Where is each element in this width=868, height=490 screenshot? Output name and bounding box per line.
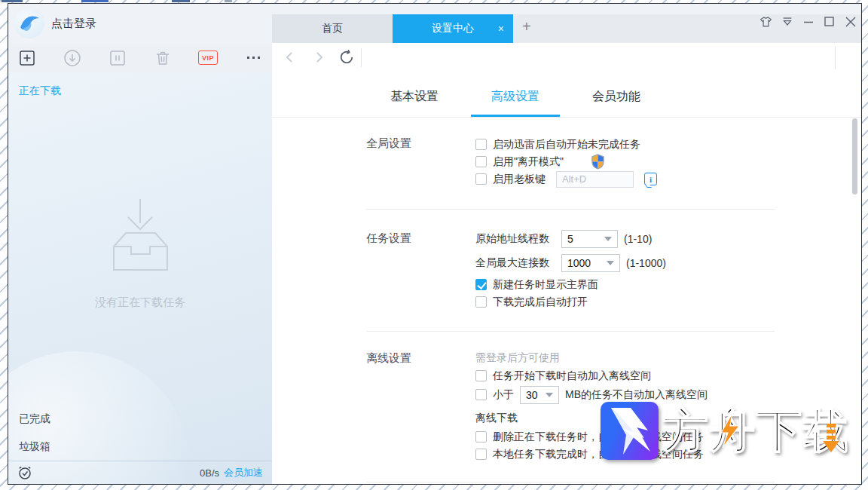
section-title-task: 任务设置 [366,231,411,246]
setting-row: 小于 30 MB的任务不自动加入离线空间 [475,386,708,403]
select-value: 1000 [567,257,591,269]
field-label: 原始地址线程数 [475,232,549,246]
range-hint: (1-1000) [626,257,666,269]
background-fragment [81,0,108,2]
checkbox[interactable] [475,389,487,400]
setting-row: 启用"离开模式" [475,153,605,170]
checkbox[interactable] [475,139,487,150]
section-title-offline: 离线设置 [366,351,411,366]
minimize-to-tray-icon[interactable] [781,15,793,28]
section-title-global: 全局设置 [366,136,411,151]
min-size-select[interactable]: 30 [520,386,559,404]
download-arrow-accent-icon [822,422,840,457]
new-task-button[interactable] [17,48,37,68]
checkbox[interactable] [475,370,487,381]
scheduler-clock-icon[interactable] [17,465,32,480]
setting-row: 启动迅雷后自动开始未完成任务 [475,136,640,153]
field-label: 全局最大连接数 [475,256,549,270]
select-value: 5 [567,233,573,245]
vip-button[interactable]: VIP [198,48,218,68]
close-icon[interactable] [844,15,857,28]
download-speed: 0B/s [200,467,219,479]
tab-advanced-settings[interactable]: 高级设置 [489,89,542,105]
vip-badge: VIP [198,51,218,65]
sidebar-statusbar: 0B/s 会员加速 [8,461,272,484]
login-required-hint: 需登录后方可使用 [475,349,560,366]
checkbox[interactable] [475,449,487,460]
section-divider [366,482,775,482]
chevron-down-icon [607,261,614,265]
checkbox[interactable] [475,296,487,308]
refresh-icon[interactable] [338,49,355,66]
skin-theme-icon[interactable] [760,15,772,28]
new-tab-button[interactable]: + [522,18,531,35]
xunlei-bird-icon [14,8,44,38]
nav-forward-icon[interactable] [311,49,328,66]
checkbox[interactable] [475,173,487,185]
start-download-icon[interactable] [63,48,82,68]
empty-inbox-icon [96,199,184,279]
divider [835,47,836,69]
more-options-icon[interactable] [243,48,263,68]
sidebar-item-completed[interactable]: 已完成 [19,412,50,426]
checkbox[interactable] [475,156,487,167]
sidebar-item-trash[interactable]: 垃圾箱 [19,440,50,454]
window-header: 点击登录 首页 设置中心 × + [8,4,861,43]
scrollbar-thumb[interactable] [852,118,857,194]
background-fragment [172,0,190,2]
watermark-text: 方舟下载 [662,402,849,460]
info-icon[interactable]: i [644,173,657,185]
checkbox-label: 小于 [493,388,514,402]
setting-row: 原始地址线程数 5 (1-10) [475,230,652,247]
login-button[interactable]: 点击登录 [51,17,96,31]
divider [361,48,362,67]
checkbox-label: MB的任务不自动加入离线空间 [565,388,708,402]
max-connections-select[interactable]: 1000 [561,254,620,272]
tab-vip-features[interactable]: 会员功能 [590,89,643,105]
toolbar: VIP [8,43,861,72]
uac-shield-icon [591,154,605,170]
checkbox-label: 任务开始下载时自动加入离线空间 [493,369,651,383]
delete-trash-icon[interactable] [153,48,173,68]
task-list-panel: 正在下载 没有正在下载任务 已完成 垃圾箱 0B/s 会员加速 [8,72,272,484]
background-fragment [225,0,232,2]
minimize-icon[interactable] [802,15,815,28]
tab-basic-settings[interactable]: 基本设置 [388,89,441,105]
pause-icon[interactable] [108,48,127,68]
thread-count-select[interactable]: 5 [561,230,618,248]
checkbox[interactable] [475,279,487,290]
window-controls [760,15,857,28]
watermark-logo-icon [601,402,659,460]
download-toolbar: VIP [8,43,272,72]
chevron-down-icon [546,393,553,397]
checkbox-label: 新建任务时显示主界面 [493,278,598,292]
offline-download-subheading: 离线下载 [475,409,518,427]
vip-accelerate-link[interactable]: 会员加速 [224,466,263,479]
tab-close-icon[interactable]: × [498,21,504,36]
setting-row: 全局最大连接数 1000 (1-1000) [475,254,666,271]
tab-home[interactable]: 首页 [272,14,393,43]
checkbox-label: 启用老板键 [493,173,546,186]
background-fragment [2,0,23,2]
checkbox-label: 启动迅雷后自动开始未完成任务 [493,138,640,152]
lightning-accent-icon [720,413,741,451]
empty-state-text: 没有正在下载任务 [8,296,272,310]
divider [272,117,861,118]
section-divider [366,331,775,332]
watermark: 方舟下载 [601,402,849,460]
section-divider [366,209,775,210]
nav-back-icon[interactable] [281,49,298,66]
checkbox[interactable] [475,431,487,443]
boss-key-input[interactable] [556,171,634,188]
select-value: 30 [526,389,538,401]
checkbox-label: 启用"离开模式" [493,155,564,169]
chevron-down-icon [604,237,612,241]
checkbox-label: 下载完成后自动打开 [493,296,588,309]
navigation-bar [272,43,861,72]
setting-row: 任务开始下载时自动加入离线空间 [475,367,651,384]
user-avatar[interactable] [14,8,44,38]
maximize-icon[interactable] [823,15,836,28]
range-hint: (1-10) [624,233,652,245]
sidebar-item-downloading[interactable]: 正在下载 [19,84,61,98]
tab-settings-center[interactable]: 设置中心 × [393,14,513,43]
